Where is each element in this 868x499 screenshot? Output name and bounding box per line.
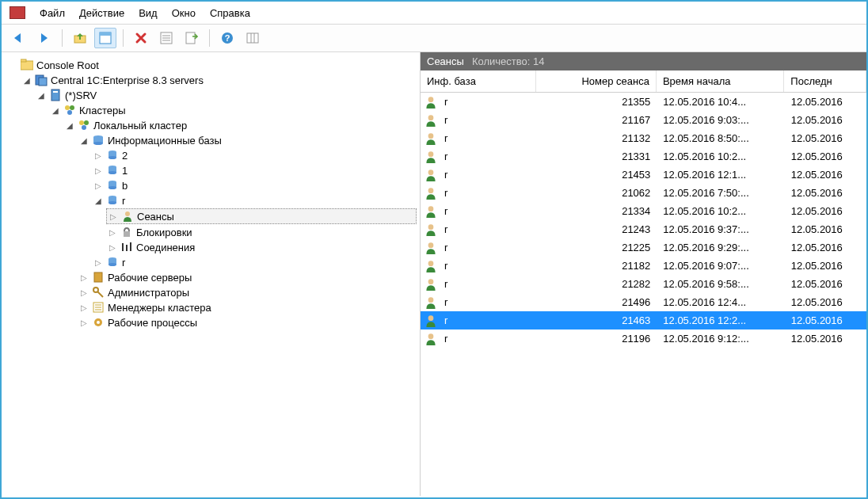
menu-help[interactable]: Справка	[210, 7, 250, 19]
expand-toggle[interactable]	[79, 303, 89, 312]
export-button[interactable]	[181, 28, 203, 48]
tree-connections[interactable]: Соединения	[106, 240, 417, 254]
tree-local-cluster[interactable]: Локальный кластер	[63, 118, 417, 132]
session-row[interactable]: r2119612.05.2016 9:12:...12.05.2016	[421, 329, 866, 348]
help-button[interactable]: ?	[216, 28, 238, 48]
tree-pane[interactable]: Console Root Central 1C:Enterprise 8.3 s…	[2, 52, 421, 496]
expand-toggle[interactable]	[65, 120, 74, 130]
database-icon	[106, 179, 119, 192]
col-last[interactable]: Последн	[784, 70, 866, 92]
svg-point-59	[428, 133, 434, 139]
expand-toggle[interactable]	[93, 166, 103, 175]
cell-start-time: 12.05.2016 9:58:...	[657, 278, 784, 290]
tree-srv[interactable]: (*)SRV	[35, 88, 417, 102]
key-icon	[92, 286, 105, 299]
expand-toggle[interactable]	[108, 211, 118, 221]
session-row[interactable]: r2116712.05.2016 9:03:...12.05.2016	[421, 111, 866, 129]
user-icon	[424, 204, 438, 219]
col-session[interactable]: Номер сеанса	[536, 70, 657, 92]
svg-point-22	[79, 120, 84, 125]
session-row[interactable]: r2135512.05.2016 10:4...12.05.2016	[421, 93, 866, 111]
menubar: Файл Действие Вид Окно Справка	[2, 2, 866, 25]
expand-toggle[interactable]	[108, 242, 117, 252]
tree-sessions[interactable]: Сеансы	[106, 208, 417, 224]
cell-last-time: 12.05.2016	[785, 205, 866, 217]
up-folder-button[interactable]	[69, 28, 91, 48]
expand-toggle[interactable]	[79, 272, 89, 282]
expand-toggle[interactable]	[22, 75, 32, 85]
lock-icon	[120, 226, 133, 238]
toolbar-separator	[62, 29, 63, 47]
tree-db-r2[interactable]: r	[92, 255, 417, 269]
session-row[interactable]: r2146312.05.2016 12:2...12.05.2016	[421, 311, 866, 329]
tree-work-processes[interactable]: Рабочие процессы	[78, 315, 417, 329]
cell-start-time: 12.05.2016 7:50:...	[657, 187, 784, 199]
delete-button[interactable]	[130, 28, 152, 48]
col-start[interactable]: Время начала	[657, 70, 784, 92]
session-row[interactable]: r2128212.05.2016 9:58:...12.05.2016	[421, 275, 866, 293]
tree-console-root[interactable]: Console Root	[6, 58, 417, 72]
tree-cluster-managers[interactable]: Менеджеры кластера	[78, 300, 417, 314]
cell-last-time: 12.05.2016	[785, 242, 866, 253]
menu-window[interactable]: Окно	[172, 7, 196, 19]
svg-point-39	[108, 201, 116, 204]
cell-session-num: 21243	[537, 223, 657, 235]
expand-toggle[interactable]	[51, 105, 60, 115]
tree-clusters[interactable]: Кластеры	[49, 103, 417, 117]
tree-infobases[interactable]: Информационные базы	[78, 133, 417, 147]
tree-db-2[interactable]: 2	[92, 148, 417, 162]
expand-toggle[interactable]	[79, 288, 89, 297]
svg-line-50	[97, 291, 103, 297]
session-row[interactable]: r2118212.05.2016 9:07:...12.05.2016	[421, 257, 866, 275]
tree-label: r	[122, 195, 125, 207]
rows-container: r2135512.05.2016 10:4...12.05.2016r21167…	[421, 93, 866, 496]
session-row[interactable]: r2113212.05.2016 8:50:...12.05.2016	[421, 129, 866, 147]
tree-work-servers[interactable]: Рабочие серверы	[78, 270, 417, 284]
tree-label: Рабочие серверы	[108, 272, 192, 284]
cluster-icon	[78, 119, 90, 131]
cell-session-num: 21496	[537, 296, 657, 308]
menu-file[interactable]: Файл	[40, 7, 65, 19]
menu-view[interactable]: Вид	[139, 7, 158, 19]
database-icon	[106, 149, 119, 162]
expand-toggle[interactable]	[79, 318, 89, 327]
expand-toggle[interactable]	[93, 257, 103, 267]
cell-infobase: r	[438, 333, 537, 345]
properties-button[interactable]	[94, 28, 116, 48]
session-row[interactable]: r2124312.05.2016 9:37:...12.05.2016	[421, 220, 866, 238]
back-button[interactable]	[8, 28, 30, 48]
user-icon	[424, 314, 438, 328]
expand-toggle[interactable]	[108, 227, 117, 237]
expand-toggle[interactable]	[93, 150, 103, 160]
session-row[interactable]: r2122512.05.2016 9:29:...12.05.2016	[421, 238, 866, 257]
svg-rect-18	[53, 91, 58, 93]
tree-db-1[interactable]: 1	[92, 163, 417, 177]
tree-central-servers[interactable]: Central 1C:Enterprise 8.3 servers	[21, 73, 417, 87]
session-row[interactable]: r2133112.05.2016 10:2...12.05.2016	[421, 147, 866, 166]
expand-toggle[interactable]	[79, 135, 89, 145]
session-row[interactable]: r2149612.05.2016 12:4...12.05.2016	[421, 293, 866, 311]
menu-action[interactable]: Действие	[79, 7, 124, 19]
svg-point-65	[428, 242, 434, 248]
svg-rect-14	[21, 59, 26, 62]
tree-db-b[interactable]: b	[92, 178, 417, 192]
list-button[interactable]	[155, 28, 177, 48]
session-row[interactable]: r2133412.05.2016 10:2...12.05.2016	[421, 202, 866, 220]
session-row[interactable]: r2145312.05.2016 12:1...12.05.2016	[421, 166, 866, 184]
cell-session-num: 21453	[537, 169, 657, 181]
tree-db-r[interactable]: r	[92, 193, 417, 208]
expand-toggle[interactable]	[93, 196, 103, 205]
svg-point-19	[65, 105, 70, 110]
cell-start-time: 12.05.2016 9:29:...	[657, 242, 784, 253]
tree-label: (*)SRV	[65, 90, 97, 101]
column-headers[interactable]: Инф. база Номер сеанса Время начала Посл…	[421, 70, 866, 93]
svg-point-69	[428, 315, 434, 321]
expand-toggle[interactable]	[93, 181, 103, 190]
expand-toggle[interactable]	[36, 90, 46, 100]
forward-button[interactable]	[33, 28, 55, 48]
tree-admins[interactable]: Администраторы	[78, 285, 417, 299]
col-infobase[interactable]: Инф. база	[421, 70, 536, 92]
session-row[interactable]: r2106212.05.2016 7:50:...12.05.2016	[421, 184, 866, 202]
tree-locks[interactable]: Блокировки	[106, 225, 417, 239]
columns-button[interactable]	[242, 28, 264, 48]
